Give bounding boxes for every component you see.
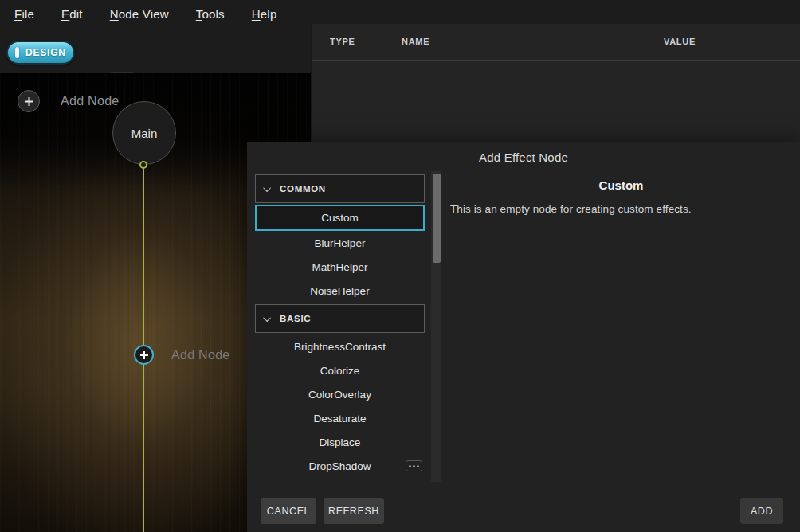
column-name: NAME <box>402 37 429 46</box>
list-item-label: NoiseHelper <box>310 285 369 297</box>
column-type: TYPE <box>330 37 355 46</box>
list-item-coloroverlay[interactable]: ColorOverlay <box>255 382 425 406</box>
list-item-dropshadow[interactable]: DropShadow <box>255 454 425 478</box>
menu-file[interactable]: File <box>14 7 34 21</box>
menu-file-rest: ile <box>22 7 34 21</box>
list-item-label: BlurHelper <box>315 237 366 249</box>
add-node-button-top[interactable]: Add Node <box>18 90 120 112</box>
menu-help[interactable]: Help <box>252 7 277 21</box>
list-item-label: DropShadow <box>308 460 371 472</box>
section-header-common[interactable]: COMMON <box>255 174 425 203</box>
list-item-colorize[interactable]: Colorize <box>255 358 425 382</box>
main-node-label: Main <box>131 127 158 140</box>
ellipsis-icon[interactable] <box>406 460 422 471</box>
main-node[interactable]: Main <box>112 101 176 165</box>
chevron-down-icon <box>263 314 271 322</box>
menu-tools[interactable]: Tools <box>196 7 225 21</box>
list-item-label: MathHelper <box>312 261 368 273</box>
effect-detail-description: This is an empty node for creating custo… <box>450 203 793 215</box>
list-item-label: BrightnessContrast <box>294 341 386 353</box>
toggle-indicator-icon <box>15 47 19 58</box>
menu-node-view-mnemonic: N <box>110 7 119 21</box>
chevron-down-icon <box>263 184 271 192</box>
menu-node-view[interactable]: Node View <box>110 7 169 21</box>
menu-edit[interactable]: Edit <box>61 7 83 21</box>
menu-edit-rest: dit <box>69 7 82 21</box>
scrollbar-thumb[interactable] <box>433 174 441 263</box>
menu-file-mnemonic: F <box>14 7 22 21</box>
list-item-brightnesscontrast[interactable]: BrightnessContrast <box>255 334 425 358</box>
list-item-blurhelper[interactable]: BlurHelper <box>255 231 425 255</box>
section-label: BASIC <box>280 314 311 323</box>
basic-items: BrightnessContrast Colorize ColorOverlay… <box>255 334 425 478</box>
plus-icon[interactable] <box>18 90 40 112</box>
add-button[interactable]: ADD <box>740 498 783 524</box>
list-item-displace[interactable]: Displace <box>255 430 425 454</box>
effect-list: COMMON Custom BlurHelper MathHelper Nois… <box>255 174 425 479</box>
add-node-label: Add Node <box>171 348 230 362</box>
menu-edit-mnemonic: E <box>61 7 69 21</box>
section-header-basic[interactable]: BASIC <box>255 304 425 333</box>
column-value: VALUE <box>664 37 696 46</box>
cancel-button[interactable]: CANCEL <box>261 498 316 524</box>
dialog-title: Add Effect Node <box>247 151 800 164</box>
design-toolbar: DESIGN <box>0 30 311 73</box>
menu-node-view-rest: ode View <box>119 7 169 21</box>
plus-icon[interactable] <box>134 345 154 365</box>
list-item-desaturate[interactable]: Desaturate <box>255 406 425 430</box>
properties-header: TYPE NAME VALUE <box>312 24 800 61</box>
list-item-custom[interactable]: Custom <box>255 205 425 231</box>
menu-help-rest: elp <box>261 7 277 21</box>
list-item-noisehelper[interactable]: NoiseHelper <box>255 279 425 303</box>
common-items: Custom BlurHelper MathHelper NoiseHelper <box>255 205 425 303</box>
add-node-button-inline[interactable]: Add Node <box>134 345 230 365</box>
refresh-button[interactable]: REFRESH <box>324 498 384 524</box>
effect-detail-heading: Custom <box>442 178 800 192</box>
add-node-label: Add Node <box>61 94 120 108</box>
list-item-label: Colorize <box>320 365 360 377</box>
list-item-label: Custom <box>321 212 359 224</box>
design-mode-toggle[interactable]: DESIGN <box>6 41 75 65</box>
list-item-label: ColorOverlay <box>308 389 371 401</box>
list-item-label: Desaturate <box>313 413 366 424</box>
effect-list-scrollbar[interactable] <box>431 171 441 482</box>
add-effect-node-dialog: Add Effect Node COMMON Custom BlurHelper… <box>247 142 800 532</box>
list-item-mathhelper[interactable]: MathHelper <box>255 255 425 279</box>
design-label: DESIGN <box>25 47 66 58</box>
list-item-label: Displace <box>320 436 361 448</box>
menu-help-mnemonic: H <box>252 7 261 21</box>
node-output-port[interactable] <box>139 161 147 169</box>
menu-tools-rest: ools <box>202 7 224 21</box>
section-label: COMMON <box>280 184 326 194</box>
header-divider <box>312 60 800 61</box>
